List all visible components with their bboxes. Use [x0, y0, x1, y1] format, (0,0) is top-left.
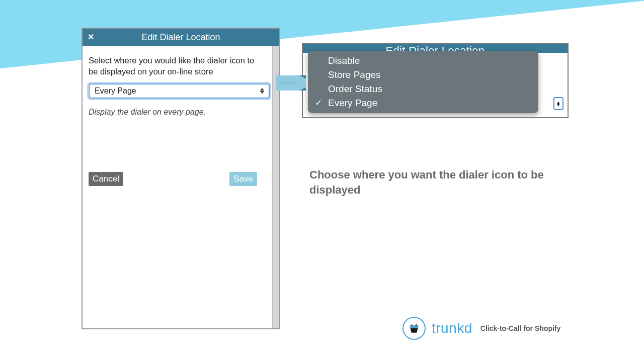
- select-caret-peek: [553, 97, 564, 110]
- option-order-status[interactable]: Order Status: [308, 82, 538, 96]
- option-disable[interactable]: Disable: [308, 54, 538, 68]
- edit-dialer-location-dialog: ✕ Edit Dialer Location Select where you …: [82, 28, 280, 329]
- brand-tagline: Click-to-Call for Shopify: [480, 324, 560, 332]
- brand-name: trunkd: [432, 320, 472, 336]
- dropdown-expanded-preview: Edit Dialer Location Disable Store Pages…: [302, 43, 569, 118]
- helper-text: Display the dialer on every page.: [89, 108, 268, 117]
- option-every-page[interactable]: Every Page: [308, 96, 538, 110]
- caption-text: Choose where you want the dialer icon to…: [309, 167, 561, 197]
- location-select-value: Every Page: [95, 86, 136, 96]
- save-button[interactable]: Save: [229, 172, 257, 186]
- dialog-title: Edit Dialer Location: [141, 32, 220, 43]
- cancel-button[interactable]: Cancel: [89, 172, 123, 186]
- option-store-pages[interactable]: Store Pages: [308, 68, 538, 82]
- close-icon[interactable]: ✕: [88, 33, 94, 41]
- location-select-menu: Disable Store Pages Order Status Every P…: [308, 51, 538, 113]
- trunkd-logo-icon: [403, 317, 426, 340]
- flow-arrow-icon: [276, 75, 306, 90]
- location-select[interactable]: Every Page: [89, 83, 270, 99]
- dialog-header: ✕ Edit Dialer Location: [83, 29, 279, 46]
- dialog-instruction: Select where you would like the dialer i…: [89, 55, 260, 77]
- chevron-updown-icon: [260, 87, 265, 95]
- brand-footer: trunkd Click-to-Call for Shopify: [403, 317, 560, 340]
